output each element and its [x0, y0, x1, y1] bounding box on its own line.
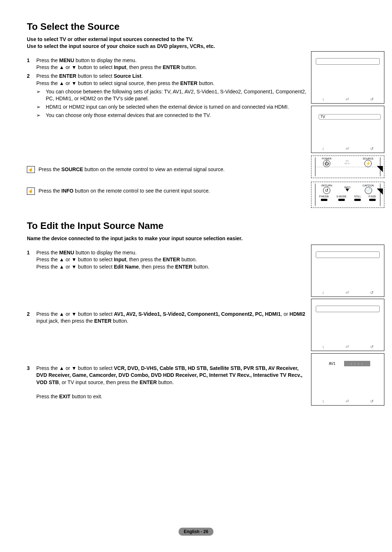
av1-value: - - - - [344, 361, 370, 366]
enter-icon: ⏎ [346, 146, 349, 151]
step-3: 3 Press the ▲ or ▼ button to select VCR,… [27, 365, 306, 400]
pmode-button [321, 199, 327, 201]
remote-figure-1: POWER⏻ ○○○○ ○ SOURCE⚡ ◥ [311, 156, 384, 178]
move-icon: ↕ [322, 146, 324, 151]
step-1: 1 Press the MENU button to display the m… [27, 57, 306, 71]
return-icon: ↺ [370, 290, 373, 295]
move-icon: ↕ [322, 399, 324, 404]
enter-icon: ⏎ [346, 290, 349, 295]
osd-figure-2: TV ↕ ⏎ ↺ [311, 106, 384, 153]
return-icon: ↺ [370, 146, 373, 151]
power-icon: ⏻ [323, 160, 330, 167]
section-title: To Edit the Input Source Name [27, 220, 306, 231]
step-1: 1 Press the MENU button to display the m… [27, 249, 306, 271]
section-title: To Select the Source [27, 21, 306, 32]
return-icon: ↺ [370, 399, 373, 404]
down-arrow-icon [346, 189, 349, 192]
return-icon: ↺ [323, 187, 330, 194]
av1-label: AV1 [329, 362, 335, 366]
step-2: 2 Press the ENTER button to select Sourc… [27, 73, 306, 87]
move-icon: ↕ [322, 290, 324, 295]
enter-icon: ⏎ [346, 345, 349, 349]
move-icon: ↕ [322, 345, 324, 349]
move-icon: ↕ [322, 97, 324, 102]
tip-source: ☝ Press the SOURCE button on the remote … [27, 166, 306, 173]
section-intro: Name the device connected to the input j… [27, 235, 306, 242]
tip-icon: ☝ [27, 166, 35, 173]
osd-figure-1: ↕ ⏎ ↺ [311, 51, 384, 104]
osd-figure-5: AV1 - - - - ↕ ⏎ ↺ [311, 353, 384, 406]
arrow-icon: ◥ [377, 186, 383, 196]
tip-info: ☝ Press the INFO button on the remote co… [27, 188, 306, 195]
step-2: 2 Press the ▲ or ▼ button to select AV1,… [27, 311, 306, 325]
enter-icon: ⏎ [346, 97, 349, 102]
return-icon: ↺ [370, 345, 373, 349]
return-icon: ↺ [370, 97, 373, 102]
tv-source-label: TV [319, 114, 381, 120]
arrow-icon: ◥ [377, 164, 383, 173]
notes-list: You can choose between the following set… [27, 88, 306, 119]
caption-icon: 📄 [365, 187, 372, 194]
osd-figure-3: ↕ ⏎ ↺ [311, 245, 384, 297]
remote-figure-2: RETURN↺ INFO CAPTION📄 ◥ P.MODE S.MODE ST… [311, 182, 384, 208]
tip-icon: ☝ [27, 188, 35, 194]
enter-icon: ⏎ [346, 399, 349, 404]
page-footer: English - 26 [0, 528, 392, 536]
smode-button [338, 199, 345, 201]
psize-button [369, 199, 376, 201]
still-button [354, 199, 361, 201]
source-icon: ⚡ [364, 160, 372, 167]
osd-figure-4: ↕ ⏎ ↺ [311, 299, 384, 351]
section-intro: Use to select TV or other external input… [27, 36, 306, 50]
